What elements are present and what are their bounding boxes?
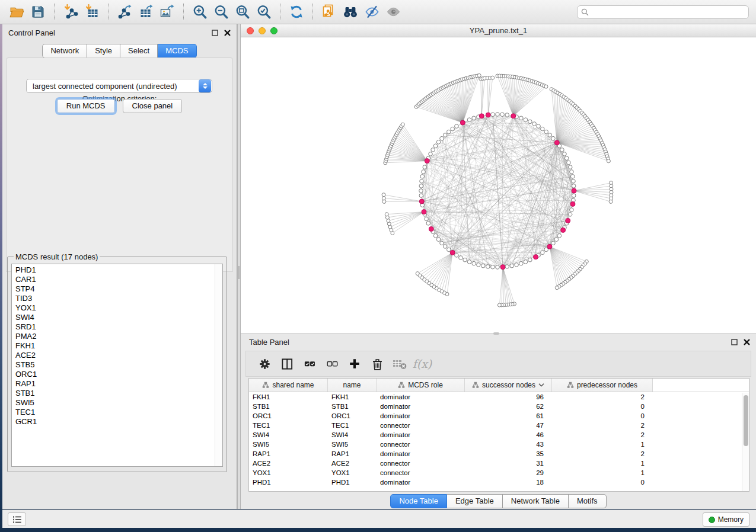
mcds-result-item[interactable]: GCR1 bbox=[15, 417, 222, 427]
leaf-node[interactable] bbox=[401, 123, 404, 126]
mcds-result-item[interactable]: STB5 bbox=[15, 360, 222, 370]
ring-node[interactable] bbox=[524, 260, 528, 264]
ring-node[interactable] bbox=[515, 263, 519, 267]
table-row[interactable]: SWI4SWI4dominator462 bbox=[249, 430, 749, 440]
ring-node[interactable] bbox=[557, 234, 562, 238]
ring-node[interactable] bbox=[496, 265, 500, 270]
tab-network[interactable]: Network bbox=[42, 44, 87, 58]
ring-node[interactable] bbox=[447, 248, 451, 252]
table-row[interactable]: SWI5SWI5connector431 bbox=[249, 440, 749, 449]
tab-mcds[interactable]: MCDS bbox=[158, 44, 196, 58]
ring-node[interactable] bbox=[548, 133, 552, 137]
column-header-shared-name[interactable]: shared name bbox=[249, 379, 328, 392]
ring-node[interactable] bbox=[431, 148, 435, 152]
mcds-hub-node[interactable] bbox=[460, 120, 465, 125]
mcds-result-item[interactable]: STB1 bbox=[15, 389, 222, 398]
show-columns-button[interactable] bbox=[276, 354, 298, 374]
network-window-titlebar[interactable]: YPA_prune.txt_1 bbox=[241, 24, 756, 37]
apply-layout-button[interactable] bbox=[286, 2, 307, 21]
leaf-node[interactable] bbox=[382, 197, 385, 200]
mcds-hub-node[interactable] bbox=[419, 199, 424, 204]
leaf-node[interactable] bbox=[416, 272, 419, 275]
ring-node[interactable] bbox=[463, 258, 467, 262]
ring-node[interactable] bbox=[519, 261, 524, 265]
zoom-in-button[interactable] bbox=[189, 2, 210, 21]
mcds-result-item[interactable]: PMA2 bbox=[15, 332, 222, 341]
ring-node[interactable] bbox=[570, 208, 574, 212]
mcds-hub-node[interactable] bbox=[511, 114, 516, 118]
select-all-button[interactable] bbox=[298, 354, 321, 374]
search-input[interactable] bbox=[591, 8, 745, 16]
ring-node[interactable] bbox=[477, 263, 481, 267]
mcds-result-item[interactable]: RAP1 bbox=[15, 379, 222, 389]
table-scrollbar-thumb[interactable] bbox=[744, 395, 748, 446]
find-button[interactable] bbox=[340, 2, 361, 21]
import-network-button[interactable] bbox=[60, 2, 81, 21]
mcds-hub-node[interactable] bbox=[534, 255, 538, 259]
leaf-node[interactable] bbox=[382, 193, 385, 197]
zoom-selected-button[interactable] bbox=[253, 2, 275, 21]
ring-node[interactable] bbox=[505, 113, 509, 117]
open-file-button[interactable] bbox=[6, 2, 27, 21]
close-panel-button[interactable]: Close panel bbox=[123, 99, 183, 113]
ring-node[interactable] bbox=[570, 170, 574, 174]
ring-node[interactable] bbox=[500, 113, 505, 117]
ring-node[interactable] bbox=[420, 175, 425, 179]
optimization-criterion-select[interactable]: largest connected component (undirected) bbox=[26, 79, 212, 93]
network-canvas[interactable] bbox=[241, 37, 756, 334]
ring-node[interactable] bbox=[419, 184, 423, 188]
ring-node[interactable] bbox=[419, 194, 423, 198]
ring-node[interactable] bbox=[420, 180, 424, 184]
table-row[interactable]: ORC1ORC1dominator610 bbox=[249, 411, 749, 421]
mcds-result-list[interactable]: PHD1CAR1STP4TID3YOX1SWI4SRD1PMA2FKH1ACE2… bbox=[11, 264, 223, 467]
leaf-node[interactable] bbox=[607, 159, 610, 163]
mcds-result-item[interactable]: SWI5 bbox=[15, 398, 222, 408]
ring-node[interactable] bbox=[505, 265, 509, 269]
ring-node[interactable] bbox=[568, 165, 572, 169]
memory-button[interactable]: Memory bbox=[703, 512, 749, 527]
mcds-hub-node[interactable] bbox=[566, 218, 570, 223]
zoom-out-button[interactable] bbox=[210, 2, 232, 21]
ring-node[interactable] bbox=[541, 127, 545, 131]
export-image-button[interactable] bbox=[157, 2, 178, 21]
ring-node[interactable] bbox=[429, 152, 433, 156]
ring-node[interactable] bbox=[443, 245, 447, 249]
ring-node[interactable] bbox=[491, 113, 495, 117]
leaf-node[interactable] bbox=[477, 73, 481, 77]
new-network-from-selection-button[interactable] bbox=[318, 2, 340, 21]
ring-node[interactable] bbox=[481, 264, 486, 268]
ring-node[interactable] bbox=[419, 189, 423, 193]
table-row[interactable]: RAP1RAP1dominator352 bbox=[249, 449, 749, 459]
node-table[interactable]: shared namenameMCDS rolesuccessor nodesp… bbox=[248, 378, 749, 492]
ring-node[interactable] bbox=[467, 260, 471, 264]
table-row[interactable]: ACE2ACE2connector311 bbox=[249, 459, 749, 468]
ring-node[interactable] bbox=[519, 116, 524, 120]
table-row[interactable]: FKH1FKH1dominator962 bbox=[249, 392, 749, 402]
ring-node[interactable] bbox=[496, 113, 500, 117]
search-box[interactable] bbox=[577, 5, 749, 19]
hide-selected-button[interactable] bbox=[361, 2, 382, 21]
tab-network-table[interactable]: Network Table bbox=[503, 494, 569, 508]
ring-node[interactable] bbox=[554, 238, 559, 242]
ring-node[interactable] bbox=[528, 258, 532, 262]
ring-node[interactable] bbox=[436, 140, 441, 145]
mcds-result-item[interactable]: TEC1 bbox=[15, 408, 222, 417]
mcds-hub-node[interactable] bbox=[486, 113, 490, 117]
ring-node[interactable] bbox=[551, 136, 556, 140]
leaf-node[interactable] bbox=[382, 200, 386, 203]
deselect-all-button[interactable] bbox=[321, 354, 343, 374]
leaf-node[interactable] bbox=[609, 200, 613, 203]
ring-node[interactable] bbox=[572, 184, 576, 188]
mcds-result-item[interactable]: SRD1 bbox=[15, 322, 222, 332]
close-panel-icon[interactable] bbox=[224, 29, 231, 36]
ring-node[interactable] bbox=[472, 261, 476, 265]
ring-node[interactable] bbox=[528, 120, 532, 124]
mcds-result-item[interactable]: YOX1 bbox=[15, 303, 222, 313]
float-panel-icon[interactable] bbox=[211, 29, 218, 36]
leaf-node[interactable] bbox=[497, 303, 501, 307]
mcds-hub-node[interactable] bbox=[425, 159, 429, 164]
float-table-panel-icon[interactable] bbox=[731, 338, 738, 345]
mcds-result-item[interactable]: ORC1 bbox=[15, 370, 222, 379]
export-network-button[interactable] bbox=[114, 2, 135, 21]
mcds-list-scrollbar[interactable] bbox=[215, 264, 222, 466]
